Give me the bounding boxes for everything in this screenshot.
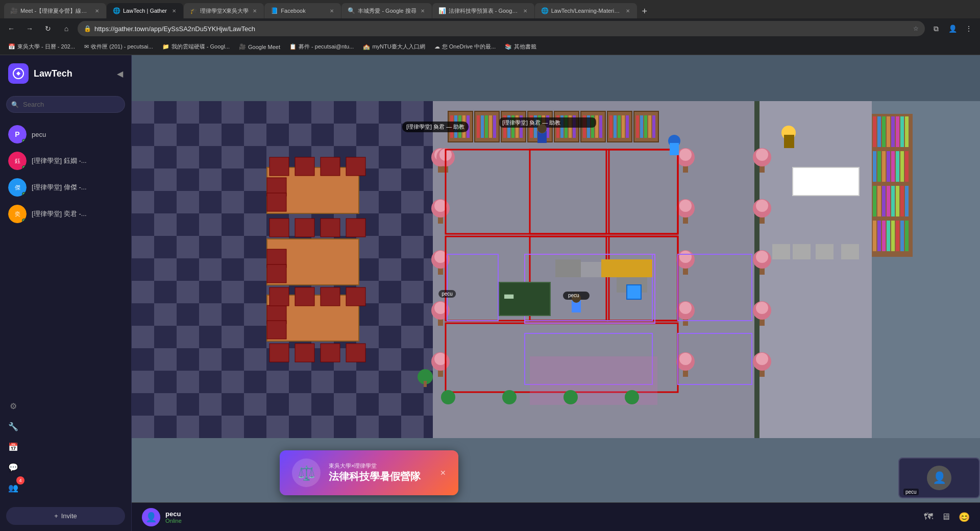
bookmark-meet[interactable]: 🎥 Google Meet bbox=[235, 42, 284, 51]
forward-button[interactable]: → bbox=[22, 21, 37, 36]
status-avatar: 👤 bbox=[142, 508, 160, 526]
emoji-icon[interactable]: 😊 bbox=[959, 512, 970, 523]
tab-materials[interactable]: 🌐 LawTech/Learning-Materials-... ✕ bbox=[535, 3, 637, 18]
bookmark-calendar-label: 東吳大學 - 日曆 - 202... bbox=[17, 43, 75, 51]
bookmark-recruit-label: 募件 - pecutsai@ntu... bbox=[299, 43, 354, 51]
sidebar-header: LawTech ◀ bbox=[0, 55, 131, 92]
profile-icon[interactable]: 👤 bbox=[945, 21, 960, 36]
sidebar-bottom-icons: ⚙ 🔧 📅 💬 👥 4 bbox=[0, 391, 131, 503]
tab-sheets[interactable]: 📊 法律科技學預算表 - Google 試... ✕ bbox=[432, 3, 534, 18]
back-button[interactable]: ← bbox=[4, 21, 18, 36]
star-icon: ☆ bbox=[913, 25, 919, 32]
tab-facebook-favicon: 📘 bbox=[271, 7, 278, 14]
bookmark-recruit-icon: 📋 bbox=[289, 43, 297, 50]
participant-name-3: [理律學堂] 奕君 -... bbox=[32, 209, 87, 219]
tab-meet-label: Meet -【理律夏令營】線上合.... bbox=[20, 7, 91, 15]
tab-gather[interactable]: 🌐 LawTech | Gather ✕ bbox=[107, 3, 183, 18]
screen-icon[interactable]: 🖥 bbox=[941, 512, 950, 522]
bookmark-drive[interactable]: 📁 我的雲端硬碟 - Googl... bbox=[158, 42, 234, 52]
menu-icon[interactable]: ⋮ bbox=[962, 21, 976, 36]
tab-sheets-favicon: 📊 bbox=[438, 7, 446, 14]
npc-bubble-ta: [理律學堂] 奐君 — 助教 bbox=[402, 122, 469, 132]
participants-list: P pecu 鈺 [理律學堂] 鈺嫺 -... 傑 [理律學堂] 偉傑 -... bbox=[0, 117, 131, 391]
bookmark-drive-label: 我的雲端硬碟 - Googl... bbox=[172, 43, 230, 51]
tab-search[interactable]: 🔍 丰城秀愛 - Google 搜尋 ✕ bbox=[341, 3, 431, 18]
bookmark-recruit[interactable]: 📋 募件 - pecutsai@ntu... bbox=[285, 42, 358, 52]
bookmark-inbox[interactable]: ✉ 收件匣 (201) - pecutsai... bbox=[80, 42, 157, 52]
player-label-pecu: pecu bbox=[438, 290, 456, 298]
bookmark-ntu[interactable]: 🏫 myNTU臺大人入口網 bbox=[359, 42, 429, 52]
tab-search-close[interactable]: ✕ bbox=[420, 7, 426, 15]
invite-label: Invite bbox=[61, 512, 77, 520]
bookmark-ntu-icon: 🏫 bbox=[363, 43, 370, 50]
bookmark-others[interactable]: 📚 其他書籤 bbox=[501, 42, 541, 52]
refresh-button[interactable]: ↻ bbox=[41, 21, 55, 36]
bookmark-others-icon: 📚 bbox=[505, 43, 512, 50]
tab-meet-close[interactable]: ✕ bbox=[94, 7, 100, 15]
search-box: 🔍 bbox=[6, 96, 125, 113]
bookmark-meet-icon: 🎥 bbox=[239, 43, 246, 50]
bookmark-onedrive-icon: ☁ bbox=[434, 43, 440, 50]
tab-sheets-label: 法律科技學預算表 - Google 試... bbox=[449, 7, 519, 15]
new-tab-button[interactable]: + bbox=[638, 4, 652, 18]
game-canvas[interactable] bbox=[132, 55, 980, 531]
status-bar: 👤 pecu Online 🗺 🖥 😊 bbox=[132, 502, 980, 531]
tab-facebook-close[interactable]: ✕ bbox=[329, 7, 335, 15]
online-indicator-2 bbox=[22, 192, 26, 196]
sidebar: LawTech ◀ 🔍 P pecu 鈺 [理律學堂] 鈺嫺 -. bbox=[0, 55, 132, 531]
banner-logo-icon: ⚖️ bbox=[292, 458, 321, 487]
participant-name-2: [理律學堂] 偉傑 -... bbox=[32, 183, 87, 192]
address-bar: ← → ↻ ⌂ 🔒 https://gather.town/app/EySsSA… bbox=[0, 18, 980, 39]
invite-button[interactable]: + Invite bbox=[6, 507, 125, 525]
toolbar-icons: ⧉ 👤 ⋮ bbox=[929, 21, 976, 36]
participant-item-2[interactable]: 傑 [理律學堂] 偉傑 -... bbox=[0, 174, 131, 201]
status-avatar-icon: 👤 bbox=[145, 512, 157, 523]
calendar-button[interactable]: 📅 bbox=[4, 438, 22, 456]
tab-search-favicon: 🔍 bbox=[348, 7, 355, 14]
banner-subtitle: 東吳大學×理律學堂 bbox=[329, 462, 421, 470]
tab-materials-close[interactable]: ✕ bbox=[625, 7, 631, 15]
url-bar[interactable]: 🔒 https://gather.town/app/EySsSA2nDu5YKH… bbox=[78, 21, 925, 36]
tab-meet-favicon: 🎥 bbox=[10, 7, 17, 14]
sidebar-title: LawTech bbox=[34, 68, 117, 79]
bookmark-onedrive[interactable]: ☁ 您 OneDrive 中的最... bbox=[430, 42, 500, 52]
banner-close-button[interactable]: ✕ bbox=[440, 469, 446, 477]
self-video-preview: 👤 pecu bbox=[898, 457, 980, 498]
participant-item-3[interactable]: 奕 [理律學堂] 奕君 -... bbox=[0, 201, 131, 227]
home-button[interactable]: ⌂ bbox=[59, 21, 74, 36]
bookmark-ntu-label: myNTU臺大人入口網 bbox=[372, 43, 425, 51]
status-icons: 🗺 🖥 😊 bbox=[924, 512, 970, 523]
bookmark-inbox-icon: ✉ bbox=[84, 43, 89, 50]
extensions-icon[interactable]: ⧉ bbox=[929, 21, 943, 36]
chat-button[interactable]: 💬 bbox=[4, 458, 22, 476]
search-icon: 🔍 bbox=[11, 101, 19, 108]
participant-item-1[interactable]: 鈺 [理律學堂] 鈺嫺 -... bbox=[0, 148, 131, 174]
game-area[interactable]: [理律學堂] 奐君 — 助教 pecu ⚖️ 東吳大學×理律學堂 法律科技學暑假… bbox=[132, 55, 980, 531]
map-icon[interactable]: 🗺 bbox=[924, 512, 933, 522]
tab-gather-label: LawTech | Gather bbox=[123, 8, 168, 14]
tab-gather-close[interactable]: ✕ bbox=[171, 7, 177, 15]
tab-lawtech-label: 理律學堂X東吳大學 bbox=[200, 7, 249, 15]
tab-sheets-close[interactable]: ✕ bbox=[522, 7, 528, 15]
participant-name-1: [理律學堂] 鈺嫺 -... bbox=[32, 156, 87, 165]
tab-facebook[interactable]: 📘 Facebook ✕ bbox=[264, 3, 341, 18]
tab-meet[interactable]: 🎥 Meet -【理律夏令營】線上合.... ✕ bbox=[4, 3, 106, 18]
people-button-container: 👥 4 bbox=[4, 478, 22, 497]
status-user-info: 👤 pecu Online bbox=[142, 508, 182, 526]
tab-lawtech-close[interactable]: ✕ bbox=[252, 7, 258, 15]
bookmark-onedrive-label: 您 OneDrive 中的最... bbox=[442, 43, 496, 51]
participant-avatar-pecu: P bbox=[8, 125, 27, 143]
participant-item[interactable]: P pecu bbox=[0, 121, 131, 148]
settings-button[interactable]: ⚙ bbox=[4, 397, 22, 415]
tab-lawtech[interactable]: 🎓 理律學堂X東吳大學 ✕ bbox=[184, 3, 264, 18]
search-input[interactable] bbox=[6, 96, 125, 113]
logo-icon bbox=[12, 67, 24, 80]
build-button[interactable]: 🔧 bbox=[4, 417, 22, 436]
bookmark-calendar[interactable]: 📅 東吳大學 - 日曆 - 202... bbox=[4, 42, 79, 52]
sidebar-collapse-button[interactable]: ◀ bbox=[117, 69, 123, 79]
banner-title: 法律科技學暑假營隊 bbox=[329, 470, 421, 484]
sidebar-logo bbox=[8, 63, 29, 84]
bookmark-calendar-icon: 📅 bbox=[8, 43, 15, 50]
tab-bar: 🎥 Meet -【理律夏令營】線上合.... ✕ 🌐 LawTech | Gat… bbox=[0, 0, 980, 18]
self-avatar: 👤 bbox=[927, 466, 951, 490]
